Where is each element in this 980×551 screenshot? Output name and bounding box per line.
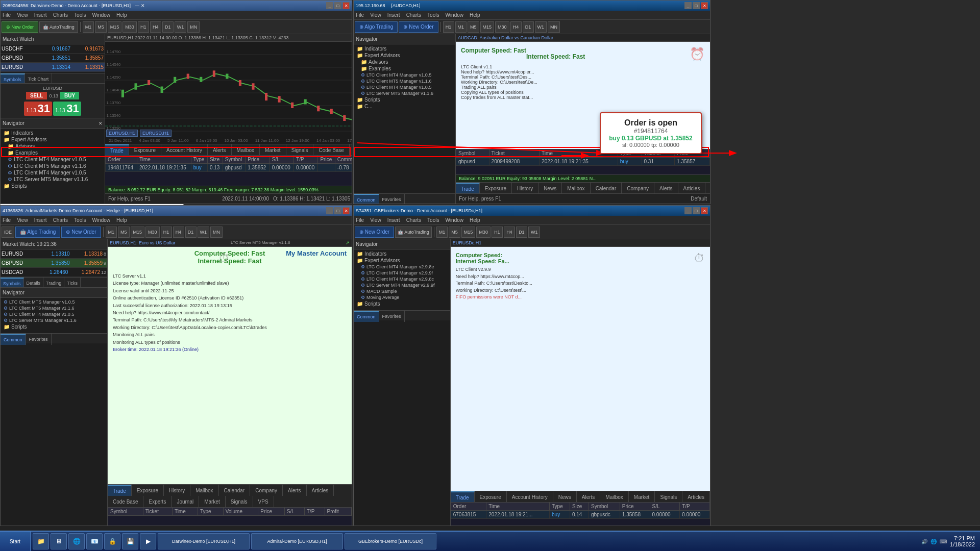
toolbar-btn-new-order[interactable]: ⊕ New Order [2, 21, 38, 33]
menu-charts-bl[interactable]: Charts [53, 217, 68, 223]
tab-experts-tl[interactable]: Experts [350, 144, 352, 156]
toolbar-btn-autotrading[interactable]: 🤖 AutoTrading [39, 21, 78, 33]
minimize-btn-bl[interactable]: _ [326, 207, 333, 214]
nav-ma-br[interactable]: ⚙ Moving Average [355, 294, 449, 300]
nav-indicators[interactable]: 📁 Indicators [2, 130, 104, 136]
nav-ltc1-tr[interactable]: ⚙ LTC Client MT4 Manager v1.0.5 [355, 72, 454, 78]
mw-row-eurusd-bl[interactable]: EURUSD 1.13310 1.13318 8 [1, 249, 107, 259]
start-button[interactable]: Start [0, 532, 31, 551]
tab-signals-tl[interactable]: Signals [286, 144, 314, 156]
new-order-btn-br[interactable]: ⊕ New Order [355, 227, 394, 238]
tf-h1-tr[interactable]: H1 [443, 21, 454, 33]
nav-ltc2-br[interactable]: ⚙ LTC Client MT4 Manager v2.9.9f [355, 270, 449, 276]
tf-m1-br[interactable]: M1 [436, 227, 448, 238]
menu-window-tl[interactable]: Window [92, 12, 110, 18]
tf-h4-tr[interactable]: H4 [510, 21, 522, 33]
tf-m15-bl[interactable]: M15 [131, 227, 145, 238]
order-row-tl-1[interactable]: 194811764 2022.01.18 19:21:35 buy 0.13 g… [106, 164, 352, 172]
menu-help-tr[interactable]: Help [470, 12, 480, 18]
toolbar-btn-h1-tl[interactable]: H1 [138, 21, 149, 33]
toolbar-btn-w1-tl[interactable]: W1 [175, 21, 187, 33]
nav-close-icon[interactable]: ✕ [99, 121, 103, 126]
tab-codebase-bl[interactable]: Code Base [108, 496, 143, 507]
menu-tools-tr[interactable]: Tools [427, 12, 439, 18]
tf-m5-tr[interactable]: M5 [468, 21, 479, 33]
tab-market-bl[interactable]: Market [199, 496, 226, 507]
tab-alerts-bl[interactable]: Alerts [283, 485, 307, 496]
taskbar-app-save[interactable]: 💾 [122, 533, 138, 549]
nav-advisors-tr[interactable]: 📁 Advisors [355, 59, 454, 65]
tf-d1-br[interactable]: D1 [516, 227, 527, 238]
menu-window-br[interactable]: Window [445, 217, 463, 223]
nav-scripts-br[interactable]: 📁 Scripts [355, 300, 449, 307]
tf-m30-br[interactable]: M30 [476, 227, 491, 238]
tf-h4-br[interactable]: H4 [504, 227, 515, 238]
algo-btn-bl[interactable]: 🤖 Algo Trading [15, 227, 60, 238]
nav-ea-tr[interactable]: 📁 Expert Advisors [355, 52, 454, 59]
nav-ea-br[interactable]: 📁 Expert Advisors [355, 257, 449, 264]
menu-file-tr[interactable]: File [356, 12, 364, 18]
nav-ltc-2-bl[interactable]: ⚙ LTC Client MT5 Manager v1.1.6 [2, 305, 106, 311]
menu-insert-bl[interactable]: Insert [34, 217, 47, 223]
nav-ltc-4-bl[interactable]: ⚙ LTC Server MTS Manager v1.1.6 [2, 317, 106, 323]
menu-help-bl[interactable]: Help [116, 217, 127, 223]
tab-history-bl[interactable]: History [164, 485, 190, 496]
keyboard-icon[interactable]: ⌨ [940, 539, 947, 544]
tab-history-tr[interactable]: History [512, 183, 538, 194]
close-btn-tr[interactable]: ✕ [701, 2, 708, 9]
tf-h4-bl[interactable]: H4 [173, 227, 184, 238]
menu-insert-tl[interactable]: Insert [34, 12, 47, 18]
nav-ltc-mt5-1[interactable]: ⚙ LTC Client MT5 Manager v1.1.6 [2, 163, 104, 169]
mw-row-usdcad-bl[interactable]: USDCAD 1.26460 1.26472 12 [1, 268, 107, 277]
menu-charts-tr[interactable]: Charts [406, 12, 421, 18]
tf-w1-bl[interactable]: W1 [198, 227, 210, 238]
menu-view-tr[interactable]: View [370, 12, 381, 18]
sell-button[interactable]: SELL [26, 92, 47, 99]
toolbar-btn-m1-tl[interactable]: M1 [83, 21, 94, 33]
menu-tools-br[interactable]: Tools [427, 217, 439, 223]
algo-trading-btn-tr[interactable]: ⊕ New Order [399, 21, 438, 33]
taskbar-app-browser[interactable]: 🌐 [68, 533, 85, 549]
titlebar-controls-tr[interactable]: _ □ ✕ [684, 2, 708, 9]
nav-ltc-mt4-2[interactable]: ⚙ LTC Client MT4 Manager v1.0.5 [2, 169, 104, 176]
tab-account-history-tl[interactable]: Account History [161, 144, 208, 156]
tab-calendar-tr[interactable]: Calendar [591, 183, 622, 194]
nav-ltc3-tr[interactable]: ⚙ LTC Client MT4 Manager v1.0.5 [355, 84, 454, 90]
tab-vps-bl[interactable]: VPS [253, 496, 274, 507]
order-row-br-1[interactable]: 67063815 2022.01.18 19:21... buy 0.14 gb… [451, 511, 709, 519]
tab-common-nav-bl[interactable]: Common [1, 334, 26, 345]
menu-file-tl[interactable]: File [3, 12, 11, 18]
toolbar-btn-m30-tl[interactable]: M30 [122, 21, 137, 33]
taskbar-app-play[interactable]: ▶ [140, 533, 156, 549]
close-btn-bl[interactable]: ✕ [342, 207, 350, 214]
close-btn-tl[interactable]: ✕ [342, 2, 350, 9]
menu-tools-bl[interactable]: Tools [74, 217, 86, 223]
maximize-btn-br[interactable]: □ [693, 207, 700, 214]
nav-scripts-bl[interactable]: 📁 Scripts [2, 323, 106, 330]
nav-macd-br[interactable]: ⚙ MACD Sample [355, 288, 449, 294]
minimize-btn-br[interactable]: _ [684, 207, 692, 214]
new-order-btn-tr[interactable]: ⊕ Algo Trading [355, 21, 398, 33]
menu-view-tl[interactable]: View [17, 12, 28, 18]
menu-insert-br[interactable]: Insert [387, 217, 400, 223]
nav-ltc4-tr[interactable]: ⚙ LTC Server MT5 Manager v1.1.6 [355, 90, 454, 96]
tab-common-tr[interactable]: Common [354, 194, 379, 204]
menu-tools-tl[interactable]: Tools [74, 12, 86, 18]
close-btn-br[interactable]: ✕ [701, 207, 708, 214]
order-row-tr-1[interactable]: gbpusd 2009499208 2022.01.18 19:21:35 bu… [456, 158, 710, 166]
tf-w1-tr[interactable]: W1 [535, 21, 547, 33]
tab-articles-bl[interactable]: Articles [307, 485, 334, 496]
buy-button[interactable]: BUY [60, 92, 79, 99]
network-icon[interactable]: 🌐 [930, 539, 937, 544]
tab-signals-bl[interactable]: Signals [226, 496, 253, 507]
nav-c-tr[interactable]: 📁 C... [355, 103, 454, 110]
menu-view-bl[interactable]: View [17, 217, 28, 223]
taskbar-app-mt4-3[interactable]: GBEbrokers-Demo [EURUSDc] [345, 533, 436, 549]
tab-experts-bl[interactable]: Experts [143, 496, 172, 507]
nav-indicators-tr[interactable]: 📁 Indicators [355, 45, 454, 52]
tab-favorites-nav-bl[interactable]: Favorites [26, 334, 52, 345]
sound-icon[interactable]: 🔊 [921, 539, 927, 544]
tab-articles-br[interactable]: Articles [682, 491, 710, 503]
taskbar-app-mt4-2[interactable]: Admiral-Demo [EURUSD,H1] [251, 533, 343, 549]
nav-scripts-tr[interactable]: 📁 Scripts [355, 96, 454, 103]
